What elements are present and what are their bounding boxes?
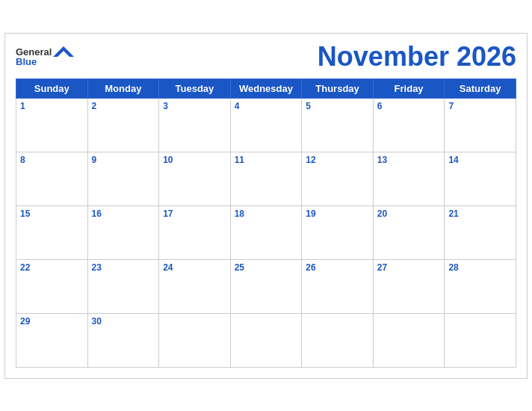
day-24: 24 bbox=[159, 259, 231, 313]
day-20: 20 bbox=[373, 206, 445, 259]
day-26: 26 bbox=[302, 259, 374, 313]
calendar-table: Sunday Monday Tuesday Wednesday Thursday… bbox=[16, 78, 516, 368]
month-title: November 2026 bbox=[318, 41, 516, 72]
header-tuesday: Tuesday bbox=[159, 78, 231, 98]
day-28: 28 bbox=[445, 259, 516, 313]
day-11: 11 bbox=[230, 152, 302, 206]
day-8: 8 bbox=[16, 152, 88, 206]
header-sunday: Sunday bbox=[16, 78, 88, 98]
day-empty bbox=[302, 313, 374, 367]
day-27: 27 bbox=[373, 259, 445, 313]
day-17: 17 bbox=[159, 206, 231, 259]
header-friday: Friday bbox=[373, 78, 445, 98]
day-25: 25 bbox=[230, 259, 302, 313]
day-10: 10 bbox=[159, 152, 231, 206]
day-empty bbox=[230, 313, 302, 367]
day-18: 18 bbox=[230, 206, 302, 259]
day-empty bbox=[159, 313, 231, 367]
day-9: 9 bbox=[87, 152, 159, 206]
week-row-3: 15161718192021 bbox=[16, 206, 516, 259]
week-row-5: 2930 bbox=[16, 313, 516, 367]
day-3: 3 bbox=[159, 98, 231, 152]
day-14: 14 bbox=[445, 152, 516, 206]
header-thursday: Thursday bbox=[302, 78, 374, 98]
day-empty bbox=[373, 313, 445, 367]
day-7: 7 bbox=[445, 98, 516, 152]
day-5: 5 bbox=[302, 98, 374, 152]
day-19: 19 bbox=[302, 206, 374, 259]
header-monday: Monday bbox=[87, 78, 159, 98]
day-1: 1 bbox=[16, 98, 88, 152]
week-row-1: 1234567 bbox=[16, 98, 516, 152]
week-row-4: 22232425262728 bbox=[16, 259, 516, 313]
day-15: 15 bbox=[16, 206, 88, 259]
day-16: 16 bbox=[87, 206, 159, 259]
day-6: 6 bbox=[373, 98, 445, 152]
day-12: 12 bbox=[302, 152, 374, 206]
logo: General Blue bbox=[16, 46, 74, 67]
logo-icon bbox=[53, 46, 74, 57]
day-23: 23 bbox=[87, 259, 159, 313]
day-22: 22 bbox=[16, 259, 88, 313]
day-2: 2 bbox=[87, 98, 159, 152]
day-30: 30 bbox=[87, 313, 159, 367]
header-saturday: Saturday bbox=[445, 78, 516, 98]
week-row-2: 891011121314 bbox=[16, 152, 516, 206]
weekday-header-row: Sunday Monday Tuesday Wednesday Thursday… bbox=[16, 78, 516, 98]
header-wednesday: Wednesday bbox=[230, 78, 302, 98]
day-29: 29 bbox=[16, 313, 88, 367]
day-21: 21 bbox=[445, 206, 516, 259]
calendar: General Blue November 2026 Sunday Monday… bbox=[4, 33, 528, 379]
logo-general: General bbox=[16, 47, 52, 57]
day-4: 4 bbox=[230, 98, 302, 152]
logo-blue: Blue bbox=[16, 57, 37, 67]
day-13: 13 bbox=[373, 152, 445, 206]
calendar-header: General Blue November 2026 bbox=[16, 41, 516, 72]
day-empty bbox=[445, 313, 516, 367]
